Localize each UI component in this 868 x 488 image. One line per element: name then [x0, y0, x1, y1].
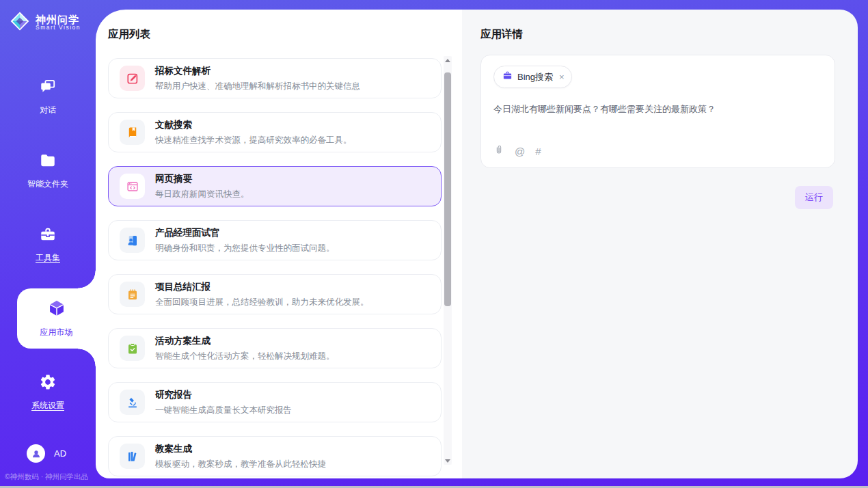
user-account[interactable]: AD: [27, 444, 66, 463]
app-detail-panel: 应用详情 Bing搜索 × 今日湖北有哪些新闻要点？有哪些需要关注的最新政策？: [462, 10, 858, 478]
app-card-title: 研究报告: [155, 389, 292, 401]
brand-name: 神州问学: [36, 14, 81, 25]
app-card-desc: 快速精准查找学术资源，提高研究效率的必备工具。: [155, 135, 352, 146]
app-detail-title: 应用详情: [480, 27, 523, 42]
copyright-text: ©神州数码 · 神州问学出品: [5, 472, 94, 482]
app-card-title: 网页摘要: [155, 173, 249, 185]
sidebar-item-label: 工具集: [36, 252, 60, 264]
brand-logo: 神州问学 Smart Vision: [0, 0, 96, 34]
app-card-desc: 全面回顾项目进展，总结经验教训，助力未来优化发展。: [155, 297, 369, 308]
app-card-desc: 一键智能生成高质量长文本研究报告: [155, 405, 292, 416]
notepad-icon: [120, 282, 145, 307]
query-text[interactable]: 今日湖北有哪些新闻要点？有哪些需要关注的最新政策？: [493, 103, 822, 144]
app-card-bid-document-parsing[interactable]: 招标文件解析 帮助用户快速、准确地理解和解析招标书中的关键信息: [108, 58, 442, 98]
gear-icon: [39, 373, 57, 394]
scroll-down-arrow-icon[interactable]: [444, 457, 452, 465]
app-card-event-plan[interactable]: 活动方案生成 智能生成个性化活动方案，轻松解决规划难题。: [108, 328, 442, 368]
app-card-project-summary[interactable]: 项目总结汇报 全面回顾项目进展，总结经验教训，助力未来优化发展。: [108, 274, 442, 314]
books-icon: [120, 444, 145, 469]
sidebar-item-settings[interactable]: 系统设置: [0, 362, 96, 422]
microscope-icon: [120, 390, 145, 415]
cube-icon: [47, 299, 66, 321]
app-list-scrollbar[interactable]: [444, 56, 452, 465]
sidebar-item-chat[interactable]: 对话: [0, 67, 96, 127]
app-card-desc: 帮助用户快速、准确地理解和解析招标书中的关键信息: [155, 81, 360, 92]
app-card-title: 项目总结汇报: [155, 281, 369, 293]
tool-chip-label: Bing搜索: [517, 71, 553, 83]
app-card-lesson-plan[interactable]: 教案生成 模板驱动，教案秒成，教学准备从此轻松快捷: [108, 436, 442, 476]
person-doc-icon: [120, 228, 145, 253]
chip-close-icon[interactable]: ×: [559, 72, 565, 82]
brand-subtitle: Smart Vision: [36, 25, 81, 31]
app-card-literature-search[interactable]: 文献搜索 快速精准查找学术资源，提高研究效率的必备工具。: [108, 112, 442, 152]
composer-toolbar: @ #: [493, 144, 822, 158]
user-initials: AD: [54, 448, 66, 459]
prompt-composer[interactable]: Bing搜索 × 今日湖北有哪些新闻要点？有哪些需要关注的最新政策？ @ #: [480, 55, 835, 168]
sidebar-item-label: 智能文件夹: [27, 178, 68, 190]
main-content: 应用列表 招标文件解析 帮助用户快速、准确地理解和解析招标书中的关键信息: [96, 10, 858, 478]
sidebar-nav: 对话 智能文件夹 工具集: [0, 67, 96, 422]
sidebar-item-app-market[interactable]: 应用市场: [17, 288, 96, 349]
sidebar: 神州问学 Smart Vision 对话 智能文件夹: [0, 0, 96, 488]
book-icon: [120, 120, 145, 145]
app-card-title: 教案生成: [155, 443, 326, 455]
run-button[interactable]: 运行: [795, 186, 833, 209]
app-card-desc: 模板驱动，教案秒成，教学准备从此轻松快捷: [155, 459, 326, 470]
app-card-desc: 智能生成个性化活动方案，轻松解决规划难题。: [155, 351, 335, 362]
folder-icon: [39, 152, 57, 172]
app-card-list: 招标文件解析 帮助用户快速、准确地理解和解析招标书中的关键信息 文献搜索 快速精…: [108, 58, 442, 478]
hash-icon[interactable]: #: [535, 146, 541, 157]
app-card-desc: 明确身份和职责，为您提供专业性的面试问题。: [155, 243, 335, 254]
app-card-title: 文献搜索: [155, 119, 352, 131]
toolbox-icon: [39, 226, 57, 246]
clipboard-check-icon: [120, 336, 145, 361]
sidebar-item-label: 系统设置: [31, 400, 64, 411]
avatar: [27, 444, 45, 463]
app-card-research-report[interactable]: 研究报告 一键智能生成高质量长文本研究报告: [108, 382, 442, 422]
briefcase-icon: [502, 70, 513, 83]
app-card-web-summary[interactable]: 网页摘要 每日政府新闻资讯快查。: [108, 166, 442, 206]
browser-code-icon: [120, 174, 145, 199]
app-card-pm-interviewer[interactable]: 产品经理面试官 明确身份和职责，为您提供专业性的面试问题。: [108, 220, 442, 260]
app-card-title: 招标文件解析: [155, 65, 360, 77]
pen-square-icon: [120, 66, 145, 91]
app-card-title: 产品经理面试官: [155, 227, 335, 239]
chat-icon: [39, 78, 57, 98]
sidebar-item-label: 对话: [40, 105, 56, 116]
mention-icon[interactable]: @: [515, 146, 525, 157]
paperclip-icon[interactable]: [493, 144, 504, 158]
scrollbar-thumb[interactable]: [444, 72, 451, 306]
app-card-desc: 每日政府新闻资讯快查。: [155, 189, 249, 200]
tool-chip-bing-search[interactable]: Bing搜索 ×: [493, 66, 572, 88]
app-card-title: 活动方案生成: [155, 335, 335, 347]
sidebar-item-label: 应用市场: [40, 327, 73, 338]
app-list-title: 应用列表: [108, 27, 150, 42]
diamond-logo-icon: [10, 11, 30, 34]
sidebar-item-smart-folders[interactable]: 智能文件夹: [0, 141, 96, 201]
scroll-up-arrow-icon[interactable]: [444, 56, 452, 64]
app-list-panel: 应用列表 招标文件解析 帮助用户快速、准确地理解和解析招标书中的关键信息: [96, 10, 462, 478]
sidebar-item-toolset[interactable]: 工具集: [0, 215, 96, 275]
